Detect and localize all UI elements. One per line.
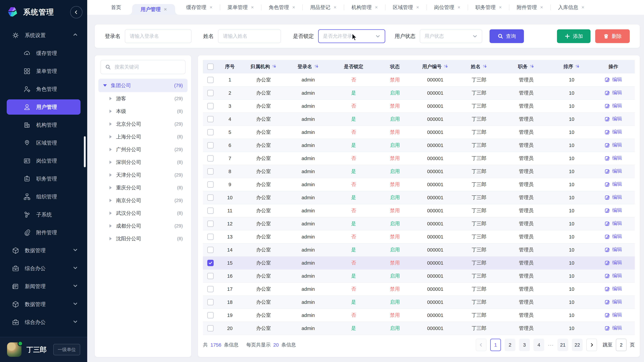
sort-icon[interactable] (529, 64, 534, 70)
add-button[interactable]: 添加 (557, 29, 590, 43)
row-checkbox[interactable] (207, 234, 214, 240)
sidebar-item-菜单管理[interactable]: 菜单管理 (0, 62, 87, 80)
sidebar-item-综合办公[interactable]: 综合办公 (0, 259, 87, 277)
page-button-21[interactable]: 21 (558, 339, 568, 351)
tree-node-root[interactable]: 集团公司 (79) (98, 79, 188, 92)
row-checkbox[interactable] (207, 286, 214, 292)
sidebar-item-数据管理[interactable]: 数据管理 (0, 295, 87, 313)
edit-button[interactable]: 编辑 (604, 102, 622, 109)
tree-node-武汉分公司[interactable]: 武汉分公司(8) (98, 207, 188, 220)
column-header-org[interactable]: 归属机构 (242, 60, 286, 73)
tab-职务管理[interactable]: 职务管理× (468, 0, 509, 15)
tab-附件管理[interactable]: 附件管理× (509, 0, 550, 15)
row-checkbox[interactable] (207, 194, 214, 201)
row-checkbox[interactable] (207, 90, 214, 96)
close-icon[interactable]: × (292, 5, 295, 10)
edit-button[interactable]: 编辑 (604, 155, 622, 161)
sort-icon[interactable] (575, 64, 580, 70)
edit-button[interactable]: 编辑 (604, 129, 622, 135)
sidebar-item-组织管理[interactable]: 组织管理 (0, 188, 87, 206)
column-header-user_no[interactable]: 用户编号 (414, 60, 457, 73)
row-checkbox[interactable] (207, 155, 214, 162)
column-header-name[interactable]: 姓名 (457, 60, 501, 73)
row-checkbox[interactable] (207, 260, 214, 266)
search-button[interactable]: 查询 (490, 29, 524, 43)
name-input[interactable]: 请输入姓名 (218, 29, 281, 43)
tab-机构管理[interactable]: 机构管理× (344, 0, 385, 15)
page-button-4[interactable]: 4 (534, 339, 544, 351)
tab-区域管理[interactable]: 区域管理× (386, 0, 426, 15)
sidebar-collapse-button[interactable] (70, 6, 82, 18)
sidebar-item-新闻管理[interactable]: 新闻管理 (0, 277, 87, 295)
sort-icon[interactable] (314, 64, 319, 70)
tab-菜单管理[interactable]: 菜单管理× (220, 0, 261, 15)
tree-node-游客[interactable]: 游客(29) (98, 92, 188, 105)
sidebar-item-综合办公[interactable]: 综合办公 (0, 313, 87, 331)
row-checkbox[interactable] (207, 221, 214, 227)
page-button-3[interactable]: 3 (519, 339, 530, 351)
tree-node-重庆分公司[interactable]: 重庆分公司(8) (98, 181, 188, 194)
tab-岗位管理[interactable]: 岗位管理× (427, 0, 468, 15)
edit-button[interactable]: 编辑 (604, 285, 622, 292)
tree-node-北京分公司[interactable]: 北京分公司(29) (98, 118, 188, 130)
select-all-checkbox[interactable] (207, 63, 214, 70)
row-checkbox[interactable] (207, 181, 214, 188)
login-input[interactable]: 请输入登录名 (125, 29, 192, 43)
close-icon[interactable]: × (375, 5, 378, 10)
sort-icon[interactable] (272, 64, 276, 70)
close-icon[interactable]: × (251, 5, 254, 10)
edit-button[interactable]: 编辑 (604, 89, 622, 96)
edit-button[interactable]: 编辑 (604, 312, 622, 318)
column-header-title[interactable]: 职务 (501, 60, 552, 73)
column-header-sort[interactable]: 排序 (552, 60, 592, 73)
edit-button[interactable]: 编辑 (604, 194, 622, 201)
jump-page-input[interactable]: 2 (616, 339, 626, 351)
sidebar-item-机构管理[interactable]: 机构管理 (0, 116, 87, 134)
sidebar-item-职务管理[interactable]: 职务管理 (0, 170, 87, 188)
row-checkbox[interactable] (207, 168, 214, 175)
edit-button[interactable]: 编辑 (604, 246, 622, 253)
sort-icon[interactable] (482, 64, 487, 70)
sidebar-item-子系统[interactable]: 子系统 (0, 206, 87, 224)
row-checkbox[interactable] (207, 129, 214, 135)
edit-button[interactable]: 编辑 (604, 325, 622, 331)
page-button-2[interactable]: 2 (505, 339, 515, 351)
close-icon[interactable]: × (416, 5, 419, 10)
tree-node-南京分公司[interactable]: 南京分公司(29) (98, 194, 188, 207)
sidebar-item-区域管理[interactable]: 区域管理 (0, 134, 87, 152)
tree-search-input[interactable]: 搜索关键词 (100, 60, 186, 74)
close-icon[interactable]: × (458, 5, 460, 10)
close-icon[interactable]: × (210, 5, 212, 10)
edit-button[interactable]: 编辑 (604, 142, 622, 148)
column-header-select[interactable] (203, 60, 218, 73)
column-header-login[interactable]: 登录名 (286, 60, 331, 73)
tree-node-天津分公司[interactable]: 天津分公司(29) (98, 169, 188, 181)
edit-button[interactable]: 编辑 (604, 181, 622, 188)
edit-button[interactable]: 编辑 (604, 207, 622, 214)
close-icon[interactable]: × (164, 7, 167, 12)
close-icon[interactable]: × (499, 5, 502, 10)
sidebar-item-角色管理[interactable]: 角色管理 (0, 80, 87, 98)
row-checkbox[interactable] (207, 116, 214, 122)
sidebar-item-缓存管理[interactable]: 缓存管理 (0, 44, 87, 62)
tab-用品登记[interactable]: 用品登记× (303, 0, 344, 15)
edit-button[interactable]: 编辑 (604, 168, 622, 174)
edit-button[interactable]: 编辑 (604, 259, 622, 266)
previous-page-button[interactable] (476, 339, 486, 351)
sidebar-scrollbar[interactable] (84, 136, 86, 167)
row-checkbox[interactable] (207, 77, 214, 83)
close-icon[interactable]: × (582, 5, 584, 10)
row-checkbox[interactable] (207, 312, 214, 319)
page-button-22[interactable]: 22 (572, 339, 582, 351)
row-checkbox[interactable] (207, 247, 214, 253)
tree-node-上海分公司[interactable]: 上海分公司(8) (98, 130, 188, 143)
sidebar-item-附件管理[interactable]: 附件管理 (0, 224, 87, 242)
tree-node-沈阳分公司[interactable]: 沈阳分公司(8) (98, 232, 188, 245)
row-checkbox[interactable] (207, 273, 214, 279)
tab-首页[interactable]: 首页 (104, 0, 128, 15)
edit-button[interactable]: 编辑 (604, 299, 622, 305)
row-checkbox[interactable] (207, 299, 214, 305)
sidebar-item-用户管理[interactable]: 用户管理 (7, 99, 80, 115)
close-icon[interactable]: × (334, 5, 336, 10)
sidebar-item-系统设置[interactable]: 系统设置 (0, 26, 87, 44)
